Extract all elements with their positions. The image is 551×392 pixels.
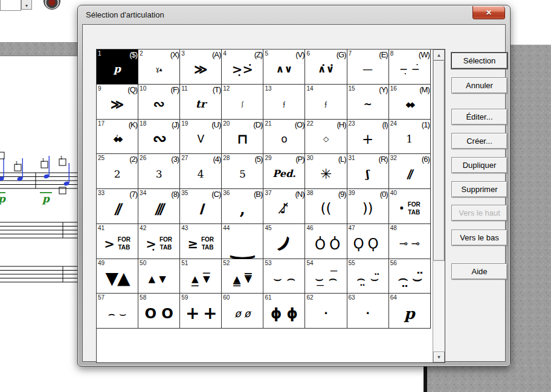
articulation-cell-40[interactable]: 40•FOR TAB [389,189,431,224]
zoom-combo-input[interactable] [0,0,21,11]
page-root: { "window": { "title": "Sélection d'arti… [0,0,551,392]
articulation-cell-12[interactable]: 12ʃ [222,85,263,120]
aide-button[interactable]: Aide [451,263,507,280]
articulation-cell-27[interactable]: 27(4)4 [180,154,222,189]
cell-number: 37 [265,190,271,196]
articulation-cell-62[interactable]: 62· [305,294,347,329]
articulation-cell-52[interactable]: 52▴̳ ▾̿ [222,259,263,294]
articulation-cell-38[interactable]: 38(9)(( [305,189,347,224]
articulation-cell-53[interactable]: 53⌣ ⌢ [263,259,305,294]
articulation-cell-23[interactable]: 23(I)+ [347,120,389,155]
articulation-cell-29[interactable]: 29(P)Ped. [263,154,305,189]
vers-le-haut-button[interactable]: Vers le haut [451,205,507,221]
articulation-cell-32[interactable]: 32(6)∕∕ [389,154,431,189]
articulation-cell-4[interactable]: 4(Z)>̣>̇ [222,50,263,85]
toolbar-knob-icon[interactable] [44,0,60,10]
articulation-symbol: ≫ [194,63,207,76]
articulation-cell-58[interactable]: 58O O [138,294,180,329]
cell-number: 21 [265,120,271,127]
cell-number: 2 [140,50,143,57]
close-button[interactable]: ✕ [472,6,505,19]
articulation-cell-24[interactable]: 24(1)1 [389,120,431,155]
articulation-cell-61[interactable]: 61ϕ ϕ [263,294,305,329]
articulation-cell-22[interactable]: 22(H)◇ [305,120,347,155]
articulation-cell-47[interactable]: 47ϘϘ [347,224,389,259]
dupliquer-button[interactable]: Dupliquer [451,157,507,173]
articulation-cell-30[interactable]: 30(L)✳ [305,154,347,189]
articulation-cell-60[interactable]: 60ø ø [222,294,263,329]
scrollbar-thumb[interactable] [433,60,445,261]
dynamic-marks[interactable]: p p [0,192,52,205]
articulation-cell-14[interactable]: 14ʄ [305,85,347,120]
articulation-cell-10[interactable]: 10(F)∾ [138,85,180,120]
cell-number: 23 [349,120,355,127]
articulation-cell-6[interactable]: 6(G)∧̇∨̇ [305,50,347,85]
articulation-cell-42[interactable]: 42>̣FOR TAB [138,224,180,259]
vertical-scrollbar[interactable]: ▲ ▼ [433,50,445,362]
articulation-cell-45[interactable]: 45) [263,224,305,259]
scroll-up-button[interactable]: ▲ [433,50,445,60]
articulation-cell-19[interactable]: 19(U)V [180,120,222,155]
articulation-cell-7[interactable]: 7(E)— [347,50,389,85]
articulation-cell-3[interactable]: 3(A)≫ [180,50,222,85]
articulation-cell-51[interactable]: 51▴̲ ▾̅ [180,259,222,294]
scroll-down-button[interactable]: ▼ [433,352,445,362]
articulation-symbol: ∧̇∨̇ [318,64,335,74]
articulation-cell-44[interactable]: 44‿ [222,224,263,259]
articulation-cell-20[interactable]: 20(D)⊓ [222,120,263,155]
articulation-cell-48[interactable]: 48⊸ ⊸ [389,224,431,259]
articulation-cell-16[interactable]: 16(M)◆◆ [389,85,431,120]
articulation-cell-13[interactable]: 13ʄ [263,85,305,120]
articulation-cell-33[interactable]: 33(7)∕∕ [97,189,138,224]
vers-le-bas-button[interactable]: Vers le bas [451,230,507,246]
articulation-cell-57[interactable]: 57⌢ ⌣ [97,294,138,329]
articulation-cell-56[interactable]: 56⌢̤ ⌣̈ [389,259,431,294]
cell-shortcut: (V) [295,50,304,59]
cell-number: 60 [223,294,230,301]
articulation-symbol: 1 [406,134,413,144]
articulation-cell-9[interactable]: 9(Q)≫ [97,85,138,120]
articulation-cell-15[interactable]: 15(Y)∼ [347,85,389,120]
articulation-cell-37[interactable]: 37(N)♪̸ [263,189,305,224]
articulation-cell-41[interactable]: 41>FOR TAB [97,224,138,259]
annuler-button[interactable]: Annuler [451,77,507,94]
articulation-cell-36[interactable]: 36(B), [222,189,263,224]
articulation-cell-1[interactable]: 1($)p [97,50,138,85]
combo-dropdown-button[interactable]: ▼ [21,0,32,10]
articulation-cell-26[interactable]: 26(3)3 [138,154,180,189]
articulation-cell-31[interactable]: 31(R)ʃ [347,154,389,189]
articulation-cell-39[interactable]: 39(0))) [347,189,389,224]
articulation-cell-28[interactable]: 28(5)5 [222,154,263,189]
articulation-cell-21[interactable]: 21(O)o [263,120,305,155]
articulation-cell-2[interactable]: 2(X)ɣ▴ [138,50,180,85]
articulation-cell-35[interactable]: 35(C)∕∕ [180,189,222,224]
articulation-cell-43[interactable]: 43≥FOR TAB [180,224,222,259]
articulation-cell-50[interactable]: 50▴▾ [138,259,180,294]
selection-button[interactable]: Sélection [451,53,507,69]
cell-number: 46 [306,225,313,231]
articulation-cell-5[interactable]: 5(V)∧∨ [263,50,305,85]
articulation-cell-59[interactable]: 59+ + [180,294,222,329]
cell-shortcut: (F) [171,85,179,94]
articulation-cell-34[interactable]: 34(8)∕∕∕ [138,189,180,224]
articulation-symbol: — [362,64,373,74]
articulation-cell-11[interactable]: 11(T)tr [180,85,222,120]
articulation-cell-17[interactable]: 17(K)◆̍◆ [97,120,138,155]
articulation-cell-25[interactable]: 25(2)2 [97,154,138,189]
dialog-button-column: SélectionAnnulerÉditer...Créer...Dupliqu… [451,53,507,280]
articulation-cell-49[interactable]: 49▼▲ [97,259,138,294]
articulation-symbol: ◇ [323,135,329,143]
articulation-cell-55[interactable]: 55⌢̤ ⌣̈ [347,259,389,294]
articulation-cell-8[interactable]: 8(W)−̣ −̇ [389,50,431,85]
cell-number: 55 [349,260,355,266]
creer-button[interactable]: Créer... [451,133,507,149]
articulation-cell-54[interactable]: 54⌣̲ ⌢̅ [305,259,347,294]
articulation-cell-18[interactable]: 18(J)∾ [138,120,180,155]
dialog-titlebar[interactable]: Sélection d'articulation ✕ [78,5,510,24]
articulation-cell-63[interactable]: 63· [347,294,389,329]
supprimer-button[interactable]: Supprimer [451,181,507,198]
articulation-cell-46[interactable]: 46ϘϘ [305,224,347,259]
articulation-cell-64[interactable]: 64p [389,294,431,329]
articulation-symbol: ◆◆ [405,101,413,108]
editer-button[interactable]: Éditer... [451,109,507,125]
